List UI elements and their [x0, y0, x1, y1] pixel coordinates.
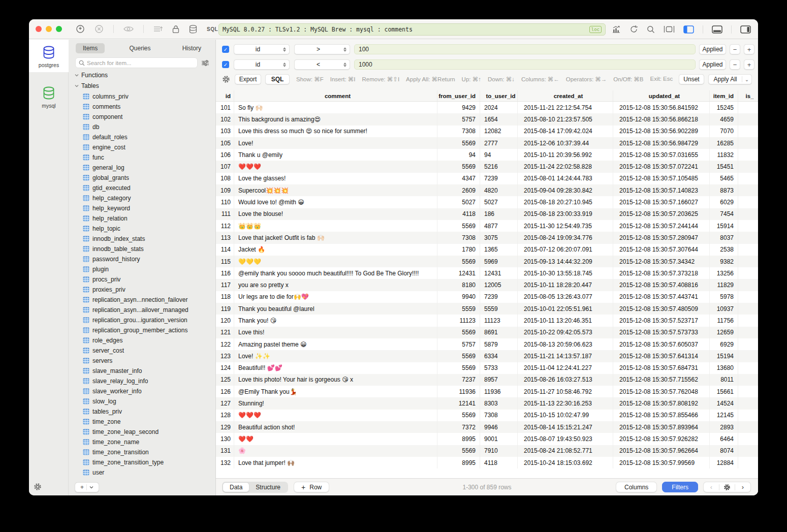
cell-created-at[interactable]: 2015-08-26 16:03:27.513	[518, 374, 613, 386]
cell-to-user-id[interactable]: 4820	[480, 184, 518, 196]
connect-icon[interactable]	[76, 24, 85, 34]
cell-updated-at[interactable]: 2015-12-08 15:30:57.684731	[613, 362, 710, 374]
filter-operator-select[interactable]: <	[294, 59, 350, 70]
cell-from-user-id[interactable]: 5757	[437, 113, 480, 125]
cell-created-at[interactable]: 2015-11-24 22:02:58.828	[518, 161, 613, 172]
filter-applied-button[interactable]: Applied	[699, 59, 726, 70]
cell-created-at[interactable]: 2015-08-05 13:26:43.077	[518, 291, 613, 303]
table-row[interactable]: 131 🌸 5569 7910 2015-08-24 21:08:52.771 …	[216, 445, 758, 457]
cell-to-user-id[interactable]: 3075	[480, 232, 518, 243]
cell-id[interactable]: 128	[216, 410, 234, 421]
cell-created-at[interactable]: 2015-08-10 21:23:57.505	[518, 113, 613, 125]
cell-to-user-id[interactable]: 5879	[480, 338, 518, 350]
column-header-to-user-id[interactable]: to_user_id	[480, 90, 518, 101]
cell-id[interactable]: 121	[216, 327, 234, 338]
cell-comment[interactable]: @Emily Thank you💃	[234, 386, 437, 397]
cell-updated-at[interactable]: 2015-12-08 15:30:56.841592	[613, 102, 710, 113]
cell-is[interactable]	[738, 267, 758, 279]
table-row[interactable]: 130 ❤️❤️ 8995 9001 2015-08-07 19:43:50.9…	[216, 433, 758, 445]
cell-item-id[interactable]: 2538	[710, 244, 738, 256]
cell-created-at[interactable]: 2015-08-24 19:09:34.776	[518, 232, 613, 243]
cell-to-user-id[interactable]: 5559	[480, 303, 518, 315]
section-tables[interactable]: Tables	[69, 80, 215, 90]
cell-updated-at[interactable]: 2015-12-08 15:30:57.031655	[613, 149, 710, 161]
cell-updated-at[interactable]: 2015-12-08 15:30:57.855466	[613, 410, 710, 421]
cell-is[interactable]	[738, 161, 758, 172]
remove-filter-button[interactable]: −	[730, 59, 740, 70]
cell-id[interactable]: 102	[216, 113, 234, 125]
cell-id[interactable]: 106	[216, 149, 234, 161]
cell-to-user-id[interactable]: 12082	[480, 126, 518, 137]
add-row-button[interactable]: + Row	[294, 482, 329, 492]
cell-updated-at[interactable]: 2015-12-08 15:30:57.605037	[613, 338, 710, 350]
cell-from-user-id[interactable]: 5569	[437, 350, 480, 362]
table-row[interactable]: 108 Love the glasses! 4347 7239 2015-08-…	[216, 173, 758, 184]
cell-is[interactable]	[738, 291, 758, 303]
refresh-icon[interactable]	[629, 25, 638, 34]
sidebar-table-item[interactable]: slave_relay_log_info	[69, 376, 215, 386]
sidebar-table-item[interactable]: slave_worker_info	[69, 386, 215, 396]
cell-from-user-id[interactable]: 5027	[437, 196, 480, 208]
cell-from-user-id[interactable]: 12431	[437, 267, 480, 279]
cell-comment[interactable]: @emily thank you soooo much beautiful!!!…	[234, 267, 437, 279]
cell-updated-at[interactable]: 2015-12-08 15:30:57.443741	[613, 291, 710, 303]
cell-updated-at[interactable]: 2015-12-08 15:30:57.523717	[613, 315, 710, 326]
cell-from-user-id[interactable]: 7308	[437, 126, 480, 137]
lock-icon[interactable]	[172, 25, 179, 34]
cell-id[interactable]: 111	[216, 208, 234, 220]
column-header-id[interactable]: id	[216, 90, 234, 101]
cell-is[interactable]	[738, 102, 758, 113]
cell-updated-at[interactable]: 2015-12-08 15:30:56.866218	[613, 113, 710, 125]
cell-id[interactable]: 122	[216, 338, 234, 350]
toggle-left-panel-icon[interactable]	[683, 25, 694, 34]
cell-item-id[interactable]: 15661	[710, 386, 738, 397]
table-row[interactable]: 123 Love! ✨✨ 5569 6334 2015-11-21 14:13:…	[216, 350, 758, 362]
cell-item-id[interactable]: 12145	[710, 410, 738, 421]
filter-operator-select[interactable]: >	[294, 44, 350, 54]
section-functions[interactable]: Functions	[69, 69, 215, 80]
cell-to-user-id[interactable]: 7239	[480, 173, 518, 184]
sidebar-table-item[interactable]: slave_master_info	[69, 366, 215, 376]
sidebar-table-item[interactable]: func	[69, 152, 215, 163]
table-row[interactable]: 101 So fly 🙌🏻 9429 2024 2015-11-21 22:12…	[216, 102, 758, 113]
database-icon[interactable]	[189, 25, 197, 34]
cell-from-user-id[interactable]: 8995	[437, 433, 480, 445]
table-row[interactable]: 111 Love the blouse! 4118 186 2015-08-18…	[216, 208, 758, 220]
table-row[interactable]: 124 Beautiful!! 💕💕 5569 5733 2015-11-04 …	[216, 362, 758, 374]
log-icon[interactable]	[153, 25, 163, 33]
table-row[interactable]: 118 Ur legs are to die for🙌💖 9940 7239 2…	[216, 291, 758, 303]
sidebar-table-item[interactable]: time_zone	[69, 417, 215, 427]
cell-from-user-id[interactable]: 8995	[437, 457, 480, 468]
filter-sliders-icon[interactable]	[201, 59, 209, 67]
cell-item-id[interactable]: 13256	[710, 267, 738, 279]
table-row[interactable]: 109 Supercool💥💥💥 2609 4820 2015-09-04 09…	[216, 184, 758, 196]
sidebar-table-item[interactable]: role_edges	[69, 335, 215, 346]
cell-created-at[interactable]: 2015-10-22 09:42:05.573	[518, 327, 613, 338]
cell-comment[interactable]: Love!	[234, 137, 437, 149]
cell-id[interactable]: 108	[216, 173, 234, 184]
cell-to-user-id[interactable]: 7239	[480, 291, 518, 303]
cell-from-user-id[interactable]: 1780	[437, 244, 480, 256]
add-filter-button[interactable]: +	[744, 44, 754, 54]
cell-created-at[interactable]: 2015-09-13 14:44:32.209	[518, 256, 613, 267]
cell-comment[interactable]: ❤️❤️❤️	[234, 410, 437, 421]
cell-created-at[interactable]: 2015-10-30 13:55:18.745	[518, 267, 613, 279]
cell-item-id[interactable]: 13680	[710, 362, 738, 374]
cell-to-user-id[interactable]: 8303	[480, 397, 518, 409]
cell-from-user-id[interactable]: 94	[437, 149, 480, 161]
cell-created-at[interactable]: 2015-11-13 22:30:16.253	[518, 397, 613, 409]
cell-item-id[interactable]: 8037	[710, 232, 738, 243]
cell-comment[interactable]: Amazing pastel theme 😁	[234, 338, 437, 350]
remove-filter-button[interactable]: −	[730, 44, 740, 54]
cell-from-user-id[interactable]: 5569	[437, 362, 480, 374]
cell-created-at[interactable]: 2015-11-21 14:13:57.187	[518, 350, 613, 362]
column-header-updated-at[interactable]: updated_at	[613, 90, 710, 101]
cell-id[interactable]: 117	[216, 279, 234, 291]
filter-column-select[interactable]: id	[234, 59, 290, 70]
item-search-field[interactable]	[75, 57, 198, 68]
cell-updated-at[interactable]: 2015-12-08 15:30:56.902289	[613, 126, 710, 137]
cell-id[interactable]: 123	[216, 350, 234, 362]
cell-comment[interactable]: Love! ✨✨	[234, 350, 437, 362]
sql-button[interactable]: SQL	[265, 74, 290, 84]
cell-is[interactable]	[738, 315, 758, 326]
